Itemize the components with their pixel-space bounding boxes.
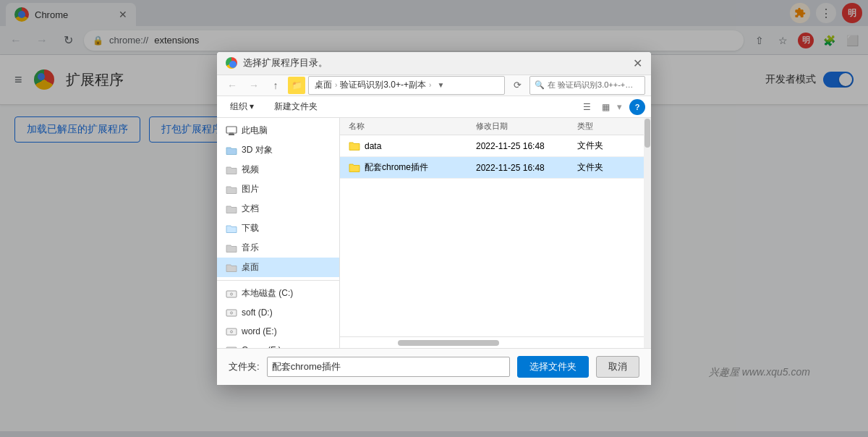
dialog-navbar: ← → ↑ 📁 桌面 › 验证码识别3.0+-+副本 › ▼ ⟳ 🔍 在 验证码… [217,75,651,97]
view-list-button[interactable]: ☰ [578,98,595,116]
dialog-titlebar: 选择扩展程序目录。 ✕ [217,52,651,75]
file-date-data: 2022-11-25 16:48 [476,141,577,151]
dialog-sidebar: 此电脑 3D 对象 视频 图片 [217,118,340,348]
help-button[interactable]: ? [629,99,645,115]
dialog-titlebar-icon [226,57,237,69]
dialog-footer: 文件夹: 选择文件夹 取消 [217,348,651,385]
file-name-plugin: 配套chrome插件 [349,161,476,174]
file-name-text-data: data [365,141,381,151]
sidebar-label-desktop: 桌面 [242,261,259,273]
breadcrumb-bar[interactable]: 桌面 › 验证码识别3.0+-+副本 › ▼ [308,76,505,95]
sidebar-item-3d[interactable]: 3D 对象 [217,140,339,160]
file-date-plugin: 2022-11-25 16:48 [476,163,577,173]
nav-back-button[interactable]: ← [223,76,242,95]
sidebar-label-music: 音乐 [242,242,259,254]
dialog-overlay: 选择扩展程序目录。 ✕ ← → ↑ 📁 桌面 › 验证码识别3.0+-+副本 ›… [0,0,868,437]
drive-d-icon [226,307,237,318]
nav-forward-button[interactable]: → [244,76,263,95]
folder-nav-icon: 📁 [288,77,305,94]
vscroll-thumb [644,119,650,148]
sidebar-label-pictures: 图片 [242,183,259,195]
file-list-area: 名称 修改日期 类型 data 2022-11-25 16:48 [340,118,644,336]
sidebar-item-pictures[interactable]: 图片 [217,179,339,199]
sidebar-divider [217,280,339,281]
footer-label: 文件夹: [229,360,260,373]
sidebar-item-downloads[interactable]: 下载 [217,218,339,238]
breadcrumb-sep-2: › [429,81,431,89]
view-toggle: ☰ ▦ ▾ [578,98,624,116]
col-name: 名称 [349,121,476,132]
folder-doc-icon [226,203,237,215]
svg-rect-0 [226,127,237,133]
folder-download-icon [226,223,237,234]
folder-picture-icon [226,184,237,195]
file-name-data: data [349,140,476,152]
nav-refresh-button[interactable]: ⟳ [508,76,527,95]
breadcrumb-child: 验证码识别3.0+-+副本 [340,79,426,91]
svg-rect-3 [226,291,237,297]
drive-e-icon [226,326,237,337]
sidebar-item-soft-d[interactable]: soft (D:) [217,303,339,322]
file-name-text-plugin: 配套chrome插件 [365,161,428,174]
folder-plugin-icon [349,162,360,174]
sidebar-label-this-pc: 此电脑 [242,124,268,137]
file-list-container: 名称 修改日期 类型 data 2022-11-25 16:48 [340,118,644,348]
select-folder-button[interactable]: 选择文件夹 [517,356,589,378]
folder-desktop-icon [226,262,237,273]
dialog-title: 选择扩展程序目录。 [243,56,627,69]
dialog-body: 此电脑 3D 对象 视频 图片 [217,118,651,348]
breadcrumb-sep-1: › [335,81,337,89]
search-path-bar[interactable]: 🔍 在 验证码识别3.0++-+副本 ... [529,76,645,95]
browser-window: Chrome ✕ ⋮ 明 ← → ↻ 🔒 chrome:// extension… [0,0,868,437]
dialog-toolbar: 组织 ▾ 新建文件夹 ☰ ▦ ▾ ? [217,96,651,118]
search-path-text: 在 验证码识别3.0++-+副本 ... [548,80,640,90]
folder-video-icon [226,164,237,176]
col-date: 修改日期 [476,121,577,132]
sidebar-label-soft-d: soft (D:) [242,307,273,318]
folder-3d-icon [226,145,237,156]
sidebar-item-videos[interactable]: 视频 [217,160,339,179]
new-folder-button[interactable]: 新建文件夹 [267,98,325,116]
col-type: 类型 [577,121,635,132]
svg-rect-5 [226,310,237,316]
sidebar-item-documents[interactable]: 文档 [217,199,339,218]
sidebar-label-local-c: 本地磁盘 (C:) [242,287,293,300]
folder-music-icon [226,242,237,254]
sidebar-item-word-e[interactable]: word (E:) [217,322,339,341]
sidebar-label-3d: 3D 对象 [242,144,273,156]
svg-rect-7 [226,328,237,335]
computer-icon [226,125,237,137]
sidebar-item-this-pc[interactable]: 此电脑 [217,121,339,140]
sidebar-label-downloads: 下载 [242,222,259,234]
dialog-close-button[interactable]: ✕ [633,56,642,70]
file-list-header: 名称 修改日期 类型 [340,118,644,135]
folder-data-icon [349,140,360,152]
cancel-button[interactable]: 取消 [596,356,639,378]
file-type-plugin: 文件夹 [577,161,635,174]
breadcrumb-dropdown[interactable]: ▼ [437,81,444,89]
watermark: 兴趣屋 www.xqu5.com [709,366,810,379]
organize-button[interactable]: 组织 ▾ [223,98,261,116]
file-dialog: 选择扩展程序目录。 ✕ ← → ↑ 📁 桌面 › 验证码识别3.0+-+副本 ›… [217,52,651,385]
horizontal-scrollbar[interactable] [340,336,644,348]
hscroll-thumb [398,340,499,346]
sidebar-label-word-e: word (E:) [242,326,277,336]
folder-name-input[interactable] [267,357,510,377]
vertical-scrollbar[interactable] [644,118,651,348]
nav-up-button[interactable]: ↑ [266,76,285,95]
drive-c-icon [226,288,237,300]
file-row-plugin[interactable]: 配套chrome插件 2022-11-25 16:48 文件夹 [340,157,644,179]
svg-rect-1 [229,134,234,135]
sidebar-label-documents: 文档 [242,203,259,215]
view-details-button[interactable]: ▦ [597,98,614,116]
file-type-data: 文件夹 [577,140,635,152]
sidebar-item-music[interactable]: 音乐 [217,238,339,258]
breadcrumb-root: 桌面 [315,79,332,91]
sidebar-item-game-f[interactable]: Game (F:) [217,341,339,348]
sidebar-label-videos: 视频 [242,164,259,176]
sidebar-item-local-c[interactable]: 本地磁盘 (C:) [217,284,339,303]
sidebar-item-desktop[interactable]: 桌面 [217,258,339,277]
file-row-data[interactable]: data 2022-11-25 16:48 文件夹 [340,135,644,157]
